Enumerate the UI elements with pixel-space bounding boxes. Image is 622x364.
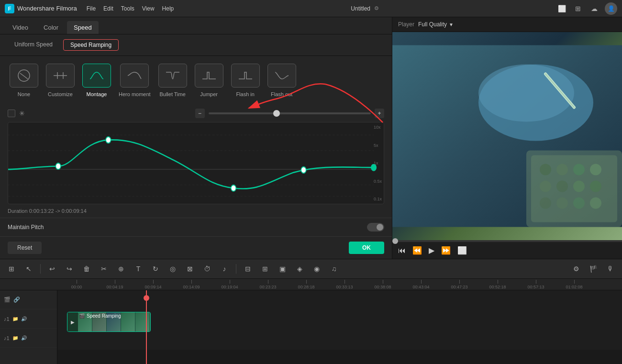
svg-point-11 [106, 137, 111, 143]
maintain-pitch-label: Maintain Pitch [8, 224, 44, 231]
track-content: 🎬 Speed Ramping ▶ [57, 290, 622, 364]
preset-jumper[interactable]: Jumper [195, 64, 223, 97]
svg-point-25 [590, 164, 601, 176]
player-progress-thumb[interactable] [392, 238, 398, 244]
reset-button[interactable]: Reset [8, 242, 42, 254]
menu-file[interactable]: File [87, 5, 96, 12]
svg-point-29 [590, 181, 601, 192]
maintain-pitch-toggle[interactable] [367, 223, 384, 232]
audio1-file-icon: 📁 [12, 316, 18, 321]
toolbar-cut-btn[interactable]: ✂ [97, 262, 111, 276]
ok-button[interactable]: OK [349, 242, 384, 254]
zoom-thumb[interactable] [273, 110, 280, 117]
player-frame-forward-btn[interactable]: ⏩ [441, 246, 451, 255]
toolbar-mic-btn[interactable]: 🎙 [604, 262, 617, 276]
toggle-knob [377, 224, 383, 231]
toolbar-transform-btn[interactable]: ⊠ [183, 262, 197, 276]
player-frame-back-btn[interactable]: ⏪ [412, 246, 422, 255]
player-header: Player Full Quality ▼ [392, 17, 622, 32]
preset-flash-out[interactable]: Flash out [267, 64, 296, 97]
toolbar-flag-btn[interactable]: 🏴 [587, 262, 600, 276]
user-icon[interactable]: 👤 [605, 2, 617, 15]
toolbar-right: ⚙ 🏴 🎙 [569, 262, 617, 276]
quality-chevron-icon: ▼ [449, 22, 454, 27]
graph-checkbox[interactable] [8, 110, 15, 117]
toolbar-speed-btn[interactable]: ⏱ [200, 262, 214, 276]
tab-speed[interactable]: Speed [67, 21, 99, 34]
toolbar-rotate-btn[interactable]: ↻ [149, 262, 162, 276]
toolbar-sep-2 [236, 264, 236, 274]
maintain-pitch-row: Maintain Pitch [0, 218, 392, 236]
track-header-audio2: ♪1 📁 🔊 [0, 329, 57, 348]
timeline-ruler: 00:00 00:04:19 00:09:14 00:14:09 00:19:0… [0, 279, 622, 290]
player-skip-back-btn[interactable]: ⏮ [398, 246, 406, 255]
toolbar-undo-btn[interactable]: ↩ [45, 262, 59, 276]
subtab-ramping[interactable]: Speed Ramping [63, 39, 119, 51]
toolbar-text-btn[interactable]: T [132, 262, 145, 276]
preset-bullet-time[interactable]: Bullet Time [158, 64, 187, 97]
toolbar-crop-btn[interactable]: ⊕ [114, 262, 128, 276]
toolbar-audio-btn[interactable]: ♪ [218, 262, 231, 276]
ruler-mark-8: 00:38:08 [364, 280, 402, 289]
player-video [392, 32, 622, 240]
toolbar-clip-btn[interactable]: ▣ [276, 262, 289, 276]
toolbar-settings-btn[interactable]: ⚙ [569, 262, 583, 276]
menu-tools[interactable]: Tools [121, 5, 134, 12]
player-progress-bar[interactable] [392, 240, 622, 242]
y-label-1x: 1x [374, 161, 382, 165]
player-play-btn[interactable]: ▶ [429, 246, 434, 255]
tab-color[interactable]: Color [37, 21, 65, 34]
svg-point-0 [18, 70, 30, 81]
zoom-slider[interactable] [209, 112, 371, 114]
snowflake-icon[interactable]: ✳ [19, 110, 25, 117]
toolbar-delete-btn[interactable]: 🗑 [80, 262, 93, 276]
monitor-icon[interactable]: ⬜ [556, 3, 567, 14]
toolbar-music-btn[interactable]: ♫ [327, 262, 341, 276]
timeline-area: 00:00 00:04:19 00:09:14 00:14:09 00:19:0… [0, 279, 622, 364]
preset-jumper-icon [195, 64, 223, 88]
tab-video[interactable]: Video [6, 21, 35, 34]
svg-point-23 [556, 164, 568, 176]
zoom-in-btn[interactable]: + [375, 109, 384, 118]
svg-point-10 [56, 163, 60, 169]
app-logo: F Wondershare Filmora [5, 4, 77, 13]
toolbar-grid-btn[interactable]: ⊞ [5, 262, 18, 276]
toolbar-stabilize-btn[interactable]: ◈ [293, 262, 306, 276]
toolbar-cursor-btn[interactable]: ↖ [22, 262, 35, 276]
quality-select[interactable]: Full Quality ▼ [418, 21, 454, 28]
topbar-right-icons: ⬜ ⊞ ☁ 👤 [556, 2, 617, 15]
toolbar-split-btn[interactable]: ⊟ [241, 262, 255, 276]
preset-flash-in[interactable]: Flash in [231, 64, 260, 97]
svg-point-17 [478, 65, 574, 122]
preset-hero-moment[interactable]: Hero moment [119, 64, 151, 97]
video-clip[interactable]: 🎬 Speed Ramping ▶ [67, 312, 151, 332]
preset-montage[interactable]: Montage [82, 64, 111, 97]
menu-view[interactable]: View [142, 5, 155, 12]
grid-icon[interactable]: ⊞ [572, 3, 584, 14]
preset-customize[interactable]: Customize [46, 64, 75, 97]
menu-edit[interactable]: Edit [103, 5, 113, 12]
menu-bar: File Edit Tools View Help [87, 5, 174, 12]
link-icon: 🔗 [13, 297, 20, 303]
clip-thumb-4 [121, 312, 135, 331]
preset-none[interactable]: None [10, 64, 38, 97]
toolbar-merge-btn[interactable]: ⊞ [258, 262, 272, 276]
zoom-out-btn[interactable]: − [195, 109, 205, 118]
toolbar-redo-btn[interactable]: ↪ [63, 262, 76, 276]
ruler-mark-9: 00:43:04 [402, 280, 440, 289]
left-panel: Video Color Speed Uniform Speed Speed Ra… [0, 17, 392, 259]
subtab-uniform[interactable]: Uniform Speed [8, 39, 59, 51]
toolbar-sep-1 [40, 264, 41, 274]
video-content-svg [392, 32, 622, 240]
toolbar-effects-btn[interactable]: ◎ [166, 262, 179, 276]
ruler-mark-1: 00:04:19 [96, 280, 134, 289]
player-fullscreen-btn[interactable]: ⬜ [457, 246, 467, 255]
cloud-icon[interactable]: ☁ [589, 3, 600, 14]
menu-help[interactable]: Help [162, 5, 174, 12]
title-icon: ⚙ [374, 5, 379, 11]
toolbar-ai-btn[interactable]: ◉ [310, 262, 323, 276]
svg-point-30 [540, 198, 551, 209]
audio2-label: ♪1 [4, 335, 10, 341]
svg-point-24 [573, 164, 585, 176]
svg-point-12 [231, 185, 236, 191]
